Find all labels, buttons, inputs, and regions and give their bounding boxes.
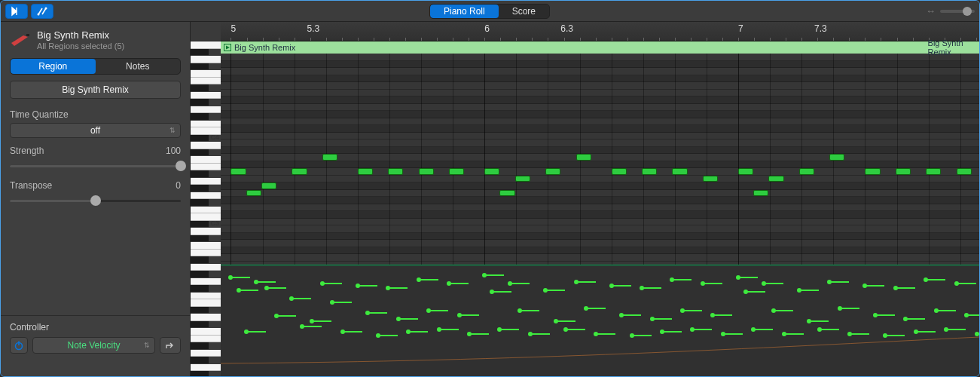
velocity-event[interactable] xyxy=(267,287,286,289)
velocity-event[interactable] xyxy=(850,333,869,335)
velocity-event[interactable] xyxy=(682,310,702,311)
midi-note[interactable] xyxy=(753,190,768,197)
velocity-event[interactable] xyxy=(576,281,596,283)
velocity-event[interactable] xyxy=(276,315,296,317)
midi-note[interactable] xyxy=(322,154,337,161)
inspector-tab-region[interactable]: Region xyxy=(11,59,96,74)
velocity-event[interactable] xyxy=(530,333,550,335)
velocity-event[interactable] xyxy=(343,331,362,333)
piano-keyboard[interactable]: C4C3 xyxy=(191,22,221,376)
midi-note[interactable] xyxy=(358,168,373,175)
midi-note[interactable] xyxy=(449,168,464,175)
midi-note[interactable] xyxy=(292,168,307,175)
catch-playhead-button[interactable] xyxy=(5,4,28,19)
controller-share-button[interactable] xyxy=(160,337,181,354)
midi-note[interactable] xyxy=(261,182,276,189)
velocity-event[interactable] xyxy=(312,320,331,322)
velocity-event[interactable] xyxy=(408,331,428,333)
velocity-event[interactable] xyxy=(723,333,743,335)
velocity-event[interactable] xyxy=(896,287,915,289)
velocity-event[interactable] xyxy=(662,331,682,333)
velocity-event[interactable] xyxy=(885,335,905,336)
velocity-lane[interactable] xyxy=(221,265,979,376)
velocity-event[interactable] xyxy=(545,290,565,291)
velocity-event[interactable] xyxy=(388,287,408,289)
velocity-event[interactable] xyxy=(875,314,895,316)
velocity-event[interactable] xyxy=(642,287,661,289)
tab-piano-roll[interactable]: Piano Roll xyxy=(430,5,499,18)
midi-note[interactable] xyxy=(672,168,687,175)
velocity-event[interactable] xyxy=(672,279,691,280)
velocity-event[interactable] xyxy=(612,285,631,287)
velocity-event[interactable] xyxy=(936,310,956,311)
velocity-event[interactable] xyxy=(566,329,585,330)
velocity-event[interactable] xyxy=(520,310,539,311)
midi-note[interactable] xyxy=(703,176,718,182)
strength-slider[interactable] xyxy=(10,161,181,171)
midi-note[interactable] xyxy=(612,168,627,175)
midi-note[interactable] xyxy=(926,168,941,175)
velocity-event[interactable] xyxy=(764,283,783,284)
velocity-event[interactable] xyxy=(439,329,459,330)
velocity-event[interactable] xyxy=(239,290,258,291)
inspector-tab-notes[interactable]: Notes xyxy=(96,59,181,74)
velocity-event[interactable] xyxy=(556,320,575,322)
velocity-event[interactable] xyxy=(703,283,722,284)
link-button[interactable] xyxy=(31,4,53,19)
midi-note[interactable] xyxy=(829,154,844,161)
velocity-event[interactable] xyxy=(358,285,377,287)
velocity-event[interactable] xyxy=(926,279,945,280)
velocity-event[interactable] xyxy=(820,329,839,330)
region-header[interactable]: Big Synth Remix xyxy=(221,41,925,54)
midi-note[interactable] xyxy=(799,168,814,175)
horizontal-zoom-slider[interactable] xyxy=(940,10,975,13)
velocity-event[interactable] xyxy=(784,333,804,335)
region-header-next[interactable]: Big Synth Remix xyxy=(925,41,979,54)
midi-note[interactable] xyxy=(230,168,246,175)
velocity-event[interactable] xyxy=(332,302,352,303)
midi-note[interactable] xyxy=(515,176,530,182)
velocity-event[interactable] xyxy=(256,281,276,283)
velocity-event[interactable] xyxy=(977,333,979,335)
velocity-event[interactable] xyxy=(292,298,311,299)
midi-note[interactable] xyxy=(499,190,514,197)
midi-note[interactable] xyxy=(738,168,753,175)
controller-select[interactable]: Note Velocity ⇅ xyxy=(32,337,155,354)
midi-note[interactable] xyxy=(246,190,261,197)
midi-note[interactable] xyxy=(419,168,434,175)
velocity-event[interactable] xyxy=(459,314,479,316)
velocity-event[interactable] xyxy=(799,290,819,291)
velocity-event[interactable] xyxy=(966,314,979,316)
velocity-event[interactable] xyxy=(230,277,250,278)
midi-note[interactable] xyxy=(388,168,403,175)
region-name-field[interactable]: Big Synth Remix xyxy=(10,81,181,99)
velocity-event[interactable] xyxy=(632,335,652,336)
velocity-event[interactable] xyxy=(510,283,530,284)
transpose-slider[interactable] xyxy=(10,195,181,206)
velocity-event[interactable] xyxy=(302,326,322,327)
velocity-event[interactable] xyxy=(429,310,448,311)
midi-note[interactable] xyxy=(768,176,783,182)
velocity-event[interactable] xyxy=(905,318,925,320)
velocity-event[interactable] xyxy=(419,279,438,280)
velocity-event[interactable] xyxy=(469,333,489,335)
velocity-event[interactable] xyxy=(746,291,765,293)
midi-note[interactable] xyxy=(865,168,880,175)
velocity-event[interactable] xyxy=(916,331,936,333)
time-ruler[interactable]: 55.366.377.3 xyxy=(221,22,979,41)
velocity-event[interactable] xyxy=(946,329,966,330)
velocity-event[interactable] xyxy=(492,291,511,293)
midi-note[interactable] xyxy=(545,168,560,175)
velocity-event[interactable] xyxy=(840,308,859,309)
velocity-event[interactable] xyxy=(829,281,849,283)
velocity-event[interactable] xyxy=(738,277,758,278)
velocity-event[interactable] xyxy=(586,308,606,309)
velocity-event[interactable] xyxy=(499,329,519,330)
midi-note[interactable] xyxy=(896,168,911,175)
velocity-event[interactable] xyxy=(753,329,773,330)
velocity-event[interactable] xyxy=(692,329,712,330)
velocity-event[interactable] xyxy=(398,318,418,320)
velocity-event[interactable] xyxy=(484,274,504,276)
time-quantize-select[interactable]: off ⇅ xyxy=(10,123,181,138)
velocity-event[interactable] xyxy=(865,285,884,287)
